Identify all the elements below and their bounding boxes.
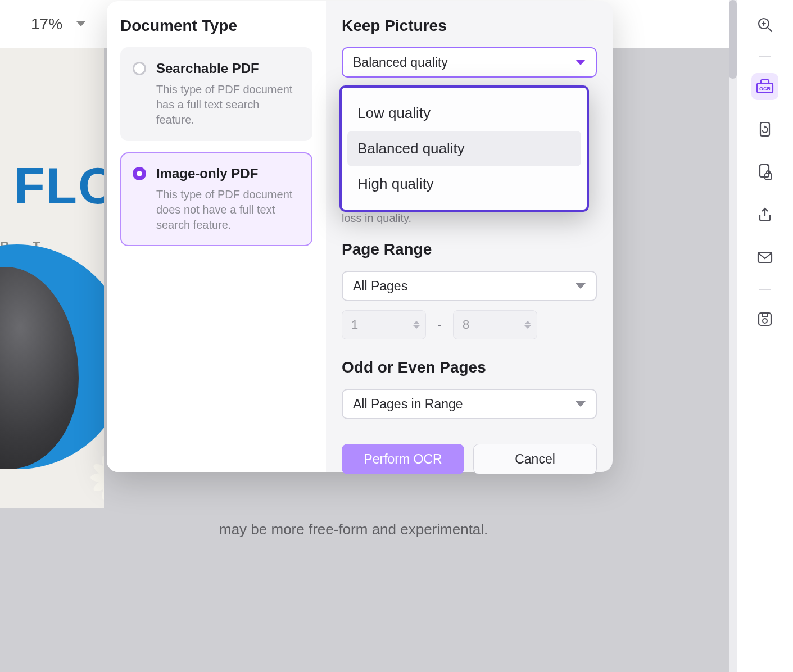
protect-tool-button[interactable] <box>751 158 778 185</box>
keep-pictures-note: loss in quality. <box>342 210 597 226</box>
quality-option-high[interactable]: High quality <box>347 166 581 202</box>
ocr-settings-panel: Document Type Searchable PDF This type o… <box>107 1 613 472</box>
quality-option-balanced[interactable]: Balanced quality <box>347 131 581 166</box>
option-title: Image-only PDF <box>156 166 300 181</box>
save-icon <box>756 311 773 328</box>
ocr-tool-button[interactable]: OCR <box>751 73 778 100</box>
search-tool-button[interactable] <box>751 11 778 38</box>
zoom-level-value: 17% <box>31 15 62 33</box>
scrollbar-thumb[interactable] <box>729 0 737 79</box>
cancel-button[interactable]: Cancel <box>473 444 597 474</box>
select-value: Balanced quality <box>353 55 448 70</box>
right-sidebar: OCR <box>737 0 793 672</box>
chevron-down-icon <box>576 401 586 407</box>
stepper-arrows-icon <box>413 321 420 329</box>
page-to-input[interactable]: 8 <box>453 310 537 339</box>
svg-point-14 <box>763 319 767 323</box>
share-tool-button[interactable] <box>751 201 778 228</box>
document-type-section: Document Type Searchable PDF This type o… <box>107 1 326 472</box>
preview-graphic-flower <box>90 452 104 503</box>
svg-line-3 <box>768 28 772 31</box>
radio-icon <box>133 167 146 180</box>
save-tool-button[interactable] <box>751 306 778 333</box>
rotate-icon <box>756 120 773 138</box>
zoom-level-dropdown[interactable]: 17% <box>31 15 85 33</box>
page-range-select[interactable]: All Pages <box>342 271 597 301</box>
select-value: All Pages <box>353 279 407 294</box>
keep-pictures-dropdown: Low quality Balanced quality High qualit… <box>339 85 589 212</box>
odd-even-heading: Odd or Even Pages <box>342 358 597 376</box>
vertical-scrollbar[interactable] <box>729 0 737 672</box>
chevron-down-icon <box>576 60 586 65</box>
share-icon <box>756 206 773 223</box>
svg-rect-11 <box>758 252 772 262</box>
range-dash: - <box>437 317 442 333</box>
page-range-heading: Page Range <box>342 240 597 258</box>
page-from-value: 1 <box>351 317 358 332</box>
stepper-arrows-icon <box>524 321 531 329</box>
ocr-icon: OCR <box>755 78 774 95</box>
option-description: This type of PDF document has a full tex… <box>156 82 300 128</box>
ocr-right-section: Keep Pictures Balanced quality Low quali… <box>326 1 613 472</box>
page-to-value: 8 <box>463 317 469 332</box>
email-tool-button[interactable] <box>751 244 778 271</box>
select-value: All Pages in Range <box>353 397 463 412</box>
keep-pictures-select[interactable]: Balanced quality <box>342 47 597 78</box>
document-page-preview: FLO R T <box>0 48 104 508</box>
action-buttons-row: Perform OCR Cancel <box>342 444 597 474</box>
option-title: Searchable PDF <box>156 61 300 76</box>
doc-type-option-searchable[interactable]: Searchable PDF This type of PDF document… <box>120 47 312 141</box>
document-type-heading: Document Type <box>120 17 312 35</box>
keep-pictures-heading: Keep Pictures <box>342 17 597 35</box>
preview-body-text-fragment: may be more free-form and experimental. <box>219 521 488 538</box>
page-range-custom-row: 1 - 8 <box>342 310 597 339</box>
chevron-down-icon <box>76 21 85 26</box>
radio-icon <box>133 62 146 75</box>
chevron-down-icon <box>576 283 586 289</box>
sidebar-divider <box>759 56 771 57</box>
perform-ocr-button[interactable]: Perform OCR <box>342 444 464 474</box>
email-icon <box>756 250 773 265</box>
preview-headline-fragment: FLO <box>14 157 104 215</box>
lock-document-icon <box>756 163 773 181</box>
sidebar-divider <box>759 289 771 290</box>
quality-option-low[interactable]: Low quality <box>347 96 581 131</box>
page-from-input[interactable]: 1 <box>342 310 426 339</box>
zoom-out-button[interactable] <box>0 13 6 35</box>
option-description: This type of PDF document does not have … <box>156 187 300 233</box>
search-icon <box>756 16 774 34</box>
rotate-tool-button[interactable] <box>751 116 778 143</box>
doc-type-option-image-only[interactable]: Image-only PDF This type of PDF document… <box>120 152 312 246</box>
svg-text:OCR: OCR <box>759 86 771 92</box>
odd-even-select[interactable]: All Pages in Range <box>342 389 597 419</box>
